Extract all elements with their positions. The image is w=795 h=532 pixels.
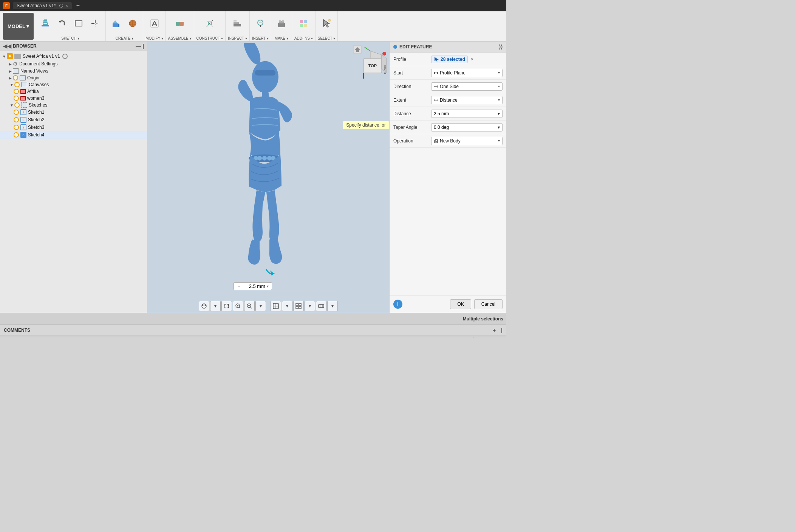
comments-collapse-button[interactable]: | [501, 327, 503, 333]
insert-button[interactable] [252, 14, 268, 32]
construct-icon [204, 18, 215, 29]
comments-add-button[interactable]: + [493, 327, 496, 333]
zoom-out-button[interactable] [244, 301, 255, 311]
new-tab-button[interactable]: + [76, 2, 80, 9]
grid-button[interactable] [293, 301, 304, 311]
taper-field-arrow[interactable]: ▾ [498, 125, 500, 130]
taper-label: Taper Angle [393, 125, 431, 130]
svg-point-41 [252, 61, 278, 93]
tree-item-sketch2[interactable]: S Sketch2 [0, 116, 147, 124]
info-button[interactable]: i [393, 300, 402, 309]
origin-arrow: ▶ [8, 76, 13, 80]
distance-field-arrow[interactable]: ▾ [498, 111, 500, 116]
tree-item-sketch4[interactable]: S Sketch4 [0, 131, 147, 139]
distance-expand-icon: ↔ [237, 284, 241, 289]
assemble-button[interactable] [172, 14, 188, 32]
one-side-icon [434, 84, 438, 89]
taper-field[interactable]: ▾ [431, 123, 503, 131]
display-mode-button[interactable] [271, 301, 281, 311]
tree-item-root[interactable]: ▼ F Sweet Africa v1 v1 [0, 53, 147, 60]
sphere-button[interactable] [125, 14, 141, 32]
ok-button[interactable]: OK [450, 299, 471, 309]
ef-expand-button[interactable]: ⟩⟩ [499, 44, 503, 50]
tree-item-canvases[interactable]: ▼ Canvases [0, 81, 147, 88]
svg-rect-64 [224, 304, 225, 306]
fit-button[interactable] [221, 301, 232, 311]
taper-value-input[interactable] [434, 125, 464, 130]
svg-rect-81 [296, 303, 298, 306]
named-views-arrow: ▶ [8, 69, 13, 73]
object-visibility-button[interactable] [316, 301, 326, 311]
select-button[interactable] [319, 14, 334, 32]
object-visibility-dropdown[interactable]: ▾ [327, 301, 338, 311]
zoom-dropdown[interactable]: ▾ [255, 301, 266, 311]
tree-item-afrika[interactable]: Afrika [0, 88, 147, 95]
construct-button[interactable] [202, 14, 218, 32]
app-tab[interactable]: Sweet Africa v1 v1* × [13, 2, 72, 9]
ef-title: EDIT FEATURE [399, 44, 432, 49]
tree-item-sketch1[interactable]: S Sketch1 [0, 108, 147, 116]
browser-close-button[interactable]: | [142, 43, 144, 49]
inspect-button[interactable] [229, 14, 245, 32]
assemble-label: ASSEMBLE ▾ [168, 36, 192, 41]
rectangle-button[interactable] [71, 14, 87, 32]
svg-rect-26 [234, 22, 239, 24]
comments-bar: COMMENTS + | [0, 324, 506, 336]
tree-item-named-views[interactable]: ▶ Named Views [0, 68, 147, 74]
inspect-label: INSPECT ▾ [228, 36, 247, 41]
display-dropdown[interactable]: ▾ [282, 301, 292, 311]
viewport[interactable]: TOP RIGHT Specify distance, or ↔ ▾ [147, 42, 389, 313]
undo-button[interactable] [54, 14, 70, 32]
assemble-icon [175, 18, 185, 29]
profile-selected-badge[interactable]: 28 selected [431, 56, 468, 63]
tree-item-doc-settings[interactable]: ▶ ⚙ Document Settings [0, 60, 147, 68]
trim-button[interactable] [87, 14, 103, 32]
start-select[interactable]: Profile Plane ▾ [431, 69, 503, 77]
modify-button[interactable] [147, 14, 162, 32]
operation-select[interactable]: New Body ▾ [431, 137, 503, 145]
orientation-cube[interactable]: TOP RIGHT [353, 45, 384, 76]
comments-label: COMMENTS [4, 328, 30, 333]
tree-item-sketch3[interactable]: S Sketch3 [0, 124, 147, 131]
model-button[interactable]: MODEL ▾ [3, 13, 34, 40]
zoom-in-button[interactable] [233, 301, 243, 311]
distance-icon [434, 98, 438, 102]
cancel-button[interactable]: Cancel [474, 299, 503, 309]
extent-select[interactable]: Distance ▾ [431, 96, 503, 104]
origin-icon [13, 75, 18, 80]
direction-select[interactable]: One Side ▾ [431, 82, 503, 91]
sphere-icon [127, 18, 138, 29]
sketch-pencil-button[interactable] [37, 14, 53, 32]
tree-item-women3[interactable]: women3 [0, 95, 147, 102]
insert-icon [255, 18, 266, 29]
distance-input[interactable] [243, 283, 265, 289]
afrika-label: Afrika [27, 89, 39, 94]
orbit-button[interactable] [199, 301, 209, 311]
svg-rect-82 [299, 303, 301, 306]
grid-dropdown[interactable]: ▾ [305, 301, 315, 311]
canvases-label: Canvases [29, 82, 49, 87]
tree-item-sketches[interactable]: ▼ Sketches [0, 102, 147, 108]
timeline-playhead[interactable] [473, 337, 473, 337]
tree-item-origin[interactable]: ▶ Origin [0, 74, 147, 81]
distance-display[interactable]: ↔ ▾ [234, 282, 272, 290]
close-tab-button[interactable]: × [65, 3, 68, 8]
profile-clear-button[interactable]: × [471, 56, 474, 62]
main-toolbar: MODEL ▾ [0, 11, 506, 42]
distance-value-input[interactable] [434, 111, 464, 116]
svg-rect-68 [224, 306, 225, 308]
root-vis-icon[interactable] [62, 54, 68, 59]
browser-collapse-button[interactable]: ◀◀ [3, 43, 11, 49]
create-tools [108, 11, 141, 36]
extrude-button[interactable] [108, 14, 124, 32]
select-icon [321, 18, 332, 29]
browser-pin-button[interactable]: — [136, 43, 141, 49]
distance-dropdown-arrow[interactable]: ▾ [267, 284, 269, 288]
svg-rect-85 [319, 305, 324, 308]
addins-button[interactable] [295, 14, 311, 32]
viewport-tooltip: Specify distance, or [343, 121, 389, 129]
make-button[interactable] [274, 14, 289, 32]
distance-field[interactable]: ▾ [431, 110, 503, 118]
sketch2-label: Sketch2 [28, 117, 44, 122]
orbit-dropdown[interactable]: ▾ [210, 301, 221, 311]
